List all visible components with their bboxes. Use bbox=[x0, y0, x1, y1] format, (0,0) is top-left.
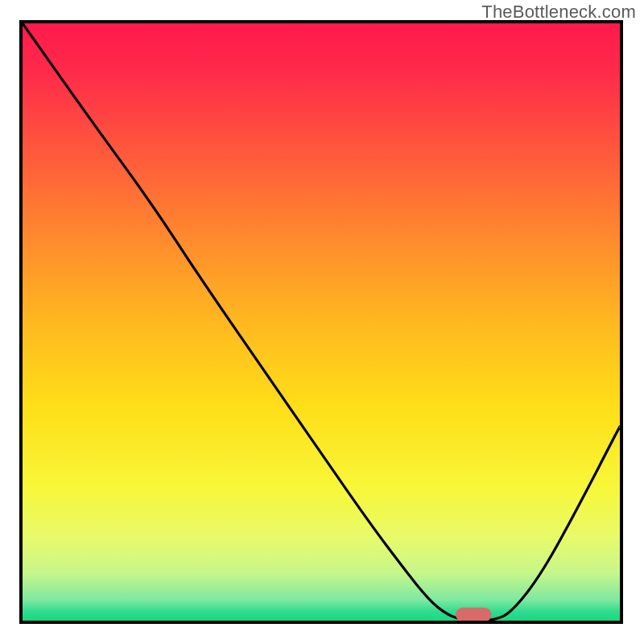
chart-svg bbox=[23, 23, 620, 621]
gradient-rect bbox=[23, 23, 620, 621]
chart-frame bbox=[19, 20, 623, 624]
marker-pill bbox=[456, 608, 492, 621]
